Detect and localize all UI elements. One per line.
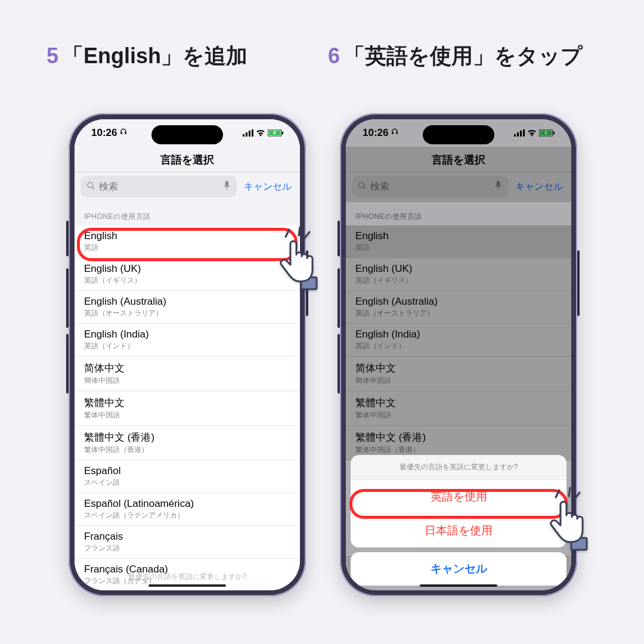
- search-input[interactable]: [80, 176, 237, 197]
- use-japanese-button[interactable]: 日本語を使用: [351, 513, 566, 547]
- svg-line-20: [575, 493, 580, 499]
- language-sub: スペイン語: [84, 478, 290, 488]
- language-name: English (UK): [84, 263, 290, 275]
- language-name: 繁體中文: [84, 396, 290, 410]
- sheet-cancel-button[interactable]: キャンセル: [351, 552, 566, 586]
- language-sub: 英語（イギリス）: [84, 275, 290, 286]
- language-name: Español (Latinoamérica): [84, 498, 290, 510]
- svg-rect-6: [282, 132, 283, 135]
- language-row[interactable]: English (India)英語（インド）: [75, 324, 300, 357]
- section-header: IPHONEの使用言語: [75, 202, 300, 225]
- action-sheet: 最優先の言語を英語に変更しますか? 英語を使用 日本語を使用 キャンセル: [351, 455, 566, 586]
- step-text: 「English」を追加: [62, 44, 247, 68]
- dynamic-island: [151, 125, 223, 144]
- step-number: 6: [328, 44, 340, 68]
- language-sub: 簡体中国語: [84, 376, 290, 386]
- nav-title: 言語を選択: [75, 153, 300, 167]
- headphones-icon: [119, 127, 128, 139]
- dynamic-island: [423, 125, 494, 144]
- svg-line-9: [305, 232, 309, 238]
- svg-rect-2: [249, 131, 250, 137]
- signal-icon: [243, 129, 253, 137]
- step-5-caption: 5「English」を追加: [47, 42, 247, 71]
- sheet-header: 最優先の言語を英語に変更しますか?: [351, 455, 566, 479]
- wifi-icon: [256, 129, 265, 137]
- search-icon: [86, 181, 95, 193]
- phone-mockup-right: 10:26 言語を選択: [340, 113, 577, 596]
- home-indicator[interactable]: [420, 584, 497, 587]
- svg-line-8: [299, 227, 300, 236]
- language-row[interactable]: Françaisフランス語: [75, 526, 300, 559]
- language-sub: 繁体中国語（香港）: [84, 445, 290, 455]
- phone-mockup-left: 10:26 言語を選択: [69, 113, 306, 596]
- status-time: 10:26: [91, 127, 117, 139]
- svg-line-19: [569, 488, 570, 496]
- search-field[interactable]: [99, 181, 219, 192]
- language-row[interactable]: Español (Latinoamérica)スペイン語（ラテンアメリカ）: [75, 493, 300, 526]
- step-number: 5: [47, 44, 58, 68]
- language-sub: 英語（インド）: [84, 341, 290, 351]
- home-indicator[interactable]: [148, 584, 226, 587]
- language-name: English (India): [84, 329, 290, 340]
- language-name: English (Australia): [84, 296, 290, 308]
- svg-rect-0: [243, 134, 244, 137]
- language-sub: フランス語: [84, 543, 290, 553]
- language-name: 繁體中文 (香港): [84, 431, 290, 444]
- bottom-hint: 最優先の言語を英語に変更しますか?: [75, 572, 300, 582]
- tap-gesture-icon: [535, 484, 601, 558]
- svg-line-7: [286, 230, 289, 237]
- language-sub: スペイン語（ラテンアメリカ）: [84, 510, 290, 521]
- language-sub: 繁体中国語: [84, 410, 290, 420]
- battery-charging-icon: [268, 129, 283, 137]
- cancel-button[interactable]: キャンセル: [242, 181, 294, 193]
- language-row[interactable]: 繁體中文 (香港)繁体中国語（香港）: [75, 426, 300, 460]
- svg-rect-1: [246, 132, 247, 137]
- language-row[interactable]: 繁體中文繁体中国語: [75, 391, 300, 426]
- step-6-caption: 6「英語を使用」をタップ: [328, 42, 583, 71]
- language-name: Español: [84, 465, 290, 477]
- language-sub: 英語: [84, 243, 290, 253]
- step-text: 「英語を使用」をタップ: [343, 44, 583, 68]
- language-name: 简体中文: [84, 361, 290, 375]
- language-name: English: [84, 230, 290, 242]
- svg-rect-3: [252, 129, 253, 137]
- language-sub: 英語（オーストラリア）: [84, 308, 290, 318]
- language-name: Français: [84, 531, 290, 543]
- svg-line-18: [556, 490, 559, 497]
- language-row[interactable]: Españolスペイン語: [75, 460, 300, 493]
- mic-icon[interactable]: [223, 181, 231, 193]
- tap-gesture-icon: [265, 224, 331, 298]
- language-row[interactable]: 简体中文簡体中国語: [75, 357, 300, 391]
- nav-bar: 言語を選択: [75, 147, 300, 172]
- use-english-button[interactable]: 英語を使用: [351, 479, 566, 513]
